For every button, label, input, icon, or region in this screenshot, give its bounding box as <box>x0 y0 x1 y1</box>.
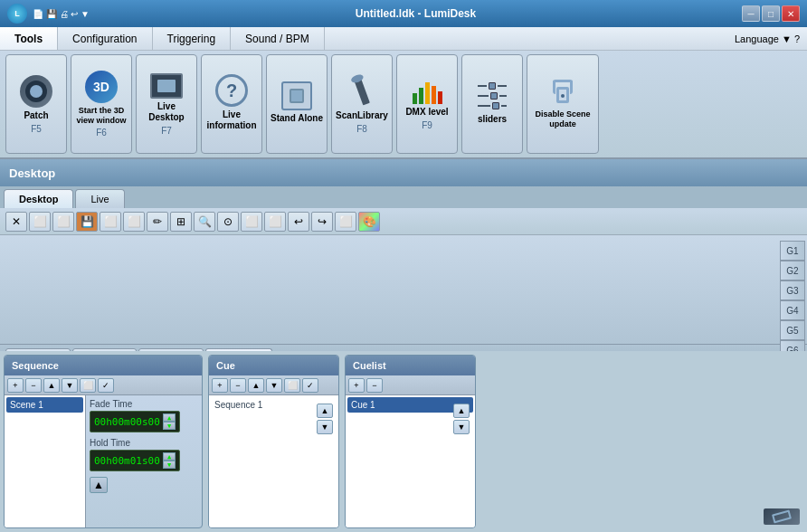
status-area <box>481 355 803 528</box>
toolbar: Patch F5 3D Start the 3D view window F6 … <box>0 51 807 159</box>
dt-select-button[interactable]: ⬜ <box>29 212 51 232</box>
cuelist-scroll-down[interactable]: ▼ <box>453 420 470 434</box>
scanlibrary-icon <box>346 75 378 108</box>
dt-blank-button[interactable]: ⬜ <box>335 212 356 232</box>
minimize-button[interactable]: ─ <box>742 5 760 22</box>
tab-desktop[interactable]: Desktop <box>4 189 73 208</box>
cuelist-panel-header: Cuelist <box>346 356 475 375</box>
cuelist-remove-button[interactable]: − <box>366 378 383 393</box>
window-controls: ─ □ ✕ <box>742 5 800 22</box>
g4-button[interactable]: G4 <box>780 300 805 320</box>
g5-button[interactable]: G5 <box>780 320 805 340</box>
cue-up-button[interactable]: ▲ <box>248 378 264 393</box>
dt-zoomout-button[interactable]: ⊙ <box>217 212 239 232</box>
livedesktop-button[interactable]: Live Desktop F7 <box>136 54 197 154</box>
fade-time-down[interactable]: ▼ <box>163 422 176 430</box>
sliders-button[interactable]: sliders <box>461 54 523 154</box>
cue-remove-button[interactable]: − <box>230 378 246 393</box>
dt-delete-button[interactable]: ✕ <box>5 212 27 232</box>
cuelist-add-button[interactable]: + <box>348 378 365 393</box>
dt-edit-button[interactable]: ✏ <box>147 212 168 232</box>
sliders-icon <box>476 81 508 111</box>
hold-time-down[interactable]: ▼ <box>163 461 176 469</box>
cue-down-button[interactable]: ▼ <box>266 378 282 393</box>
fade-time-input[interactable]: 00h00m00s00 ▲ ▼ <box>90 411 180 432</box>
livedesktop-icon <box>150 73 183 99</box>
patch-button[interactable]: Patch F5 <box>5 54 67 154</box>
dt-undo-button[interactable]: ↩ <box>288 212 309 232</box>
dt-save-button[interactable]: 💾 <box>76 212 98 232</box>
dt-copy-button[interactable]: ⬜ <box>52 212 74 232</box>
menu-bar: Tools Configuration Triggering Sound / B… <box>0 27 807 51</box>
disablescene-icon <box>549 76 576 107</box>
cue-add-button[interactable]: + <box>212 378 228 393</box>
start3d-button[interactable]: 3D Start the 3D view window F6 <box>71 54 132 154</box>
scene-item[interactable]: Scene 1 <box>6 397 83 413</box>
seq-up-button[interactable]: ▲ <box>43 378 60 393</box>
cue-scroll-buttons: ▲ ▼ <box>314 401 336 437</box>
dt-group-button[interactable]: ⬜ <box>123 212 145 232</box>
desktop-canvas <box>0 235 807 344</box>
fade-time-label: Fade Time <box>90 399 198 409</box>
dt-zoomin-button[interactable]: 🔍 <box>194 212 215 232</box>
seq-copy-button[interactable]: ⬜ <box>80 378 96 393</box>
cuelist-panel-toolbar: + − <box>346 375 475 395</box>
seq-down-button[interactable]: ▼ <box>62 378 78 393</box>
seq-play-button[interactable]: ▲ <box>90 477 108 493</box>
patch-label: Patch <box>24 110 48 121</box>
cue-scroll-up[interactable]: ▲ <box>317 404 333 418</box>
app-logo: L <box>7 4 27 24</box>
cuelist-scroll-buttons: ▲ ▼ <box>451 401 472 437</box>
dmxlevel-label: DMX level <box>405 107 448 118</box>
standalone-icon <box>281 81 312 110</box>
menubar-right[interactable]: Language ▼ ? <box>735 33 807 44</box>
fade-time-up[interactable]: ▲ <box>163 413 176 422</box>
desktop-area: Desktop Desktop Live ✕ ⬜ ⬜ 💾 ⬜ ⬜ ✏ ⊞ 🔍 ⊙… <box>0 159 807 358</box>
dt-screen-button[interactable]: ⬜ <box>241 212 262 232</box>
window-title: Untitled.ldk - LumiDesk <box>90 7 742 20</box>
cuelist-scroll-up[interactable]: ▲ <box>453 404 470 418</box>
liveinfo-button[interactable]: ? Live information <box>201 54 262 154</box>
fade-time-value: 00h00m00s00 <box>94 416 160 428</box>
menu-tab-sound-bpm[interactable]: Sound / BPM <box>231 27 325 50</box>
dt-color-button[interactable]: 🎨 <box>358 212 380 232</box>
bottom-area: Sequence + − ▲ ▼ ⬜ ✓ Scene 1 Fade Time 0… <box>0 351 807 532</box>
disablescene-button[interactable]: Disable Scene update <box>527 54 599 154</box>
sequence-title: Sequence <box>12 360 59 371</box>
seq-add-button[interactable]: + <box>7 378 24 393</box>
hold-time-up[interactable]: ▲ <box>163 452 176 461</box>
dt-paste-button[interactable]: ⬜ <box>100 212 121 232</box>
sequence-panel-header: Sequence <box>5 356 202 375</box>
close-button[interactable]: ✕ <box>782 5 800 22</box>
g3-button[interactable]: G3 <box>780 280 805 300</box>
window-menu-icon: 📄 💾 🖨 ↩ ▼ <box>33 9 90 19</box>
menu-tab-triggering[interactable]: Triggering <box>153 27 232 50</box>
dt-grid-button[interactable]: ⊞ <box>170 212 192 232</box>
restore-button[interactable]: □ <box>762 5 780 22</box>
cue-check-button[interactable]: ✓ <box>302 378 318 393</box>
scanlibrary-key: F8 <box>356 124 367 134</box>
cuelist-panel-content: Cue 1 ▲ ▼ <box>346 395 475 527</box>
sequence-panel: Sequence + − ▲ ▼ ⬜ ✓ Scene 1 Fade Time 0… <box>4 355 203 528</box>
scanlibrary-label: ScanLibrary <box>336 110 388 121</box>
g1-button[interactable]: G1 <box>780 241 805 261</box>
desktop-toolbar: ✕ ⬜ ⬜ 💾 ⬜ ⬜ ✏ ⊞ 🔍 ⊙ ⬜ ⬜ ↩ ↪ ⬜ 🎨 <box>0 208 807 235</box>
cue-copy-button[interactable]: ⬜ <box>284 378 300 393</box>
standalone-button[interactable]: Stand Alone <box>266 54 328 154</box>
dt-redo-button[interactable]: ↪ <box>311 212 333 232</box>
hold-time-input[interactable]: 00h00m01s00 ▲ ▼ <box>90 450 180 471</box>
menu-tab-tools[interactable]: Tools <box>0 27 58 50</box>
menu-tab-configuration[interactable]: Configuration <box>58 27 152 50</box>
dt-screen2-button[interactable]: ⬜ <box>264 212 286 232</box>
tab-live[interactable]: Live <box>75 189 124 208</box>
g2-button[interactable]: G2 <box>780 261 805 280</box>
seq-remove-button[interactable]: − <box>25 378 42 393</box>
seq-check-button[interactable]: ✓ <box>98 378 114 393</box>
liveinfo-label: Live information <box>204 109 260 131</box>
scanlibrary-button[interactable]: ScanLibrary F8 <box>331 54 393 154</box>
start3d-key: F6 <box>96 128 107 138</box>
sequence-panel-toolbar: + − ▲ ▼ ⬜ ✓ <box>5 375 202 395</box>
dmxlevel-button[interactable]: DMX level F9 <box>396 54 458 154</box>
cue-scroll-down[interactable]: ▼ <box>317 420 333 434</box>
start3d-label: Start the 3D view window <box>73 106 129 126</box>
